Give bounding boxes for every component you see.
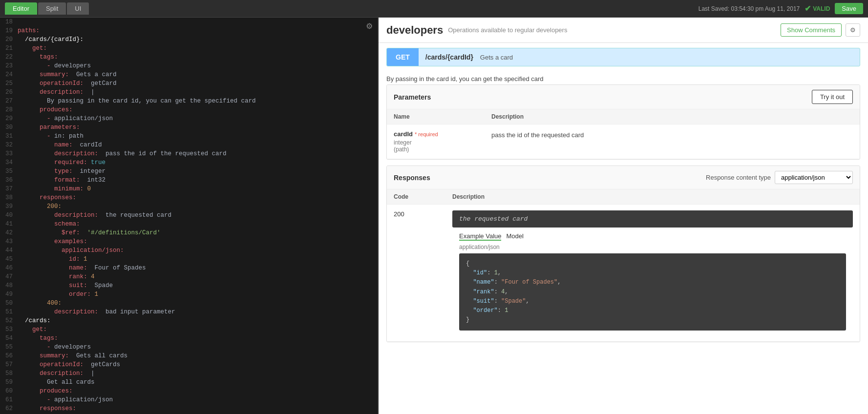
parameters-section: Parameters Try it out Name Description c… (386, 84, 860, 160)
code-line: 38 responses: (0, 193, 378, 202)
line-content: description: the requested card (18, 211, 378, 220)
line-content: - application/json (18, 114, 378, 123)
code-line-5: "suit": "Spade", (466, 297, 839, 306)
parameters-title: Parameters (394, 93, 431, 101)
line-number: 23 (0, 62, 18, 70)
code-line: 23 - developers (0, 62, 378, 70)
code-line: 53 get: (0, 325, 378, 334)
line-content: rank: 4 (18, 272, 378, 281)
line-number: 36 (0, 176, 18, 185)
right-panel-header: developers Operations available to regul… (379, 18, 868, 43)
line-number: 60 (0, 387, 18, 395)
line-content: - developers (18, 343, 378, 352)
line-content: name: cardId (18, 141, 378, 149)
line-content: - application/json (18, 395, 378, 404)
code-line-4: "rank": 4, (466, 288, 839, 297)
tab-split[interactable]: Split (38, 2, 66, 15)
line-number: 51 (0, 308, 18, 316)
code-editor[interactable]: 18 19paths:20 /cards/{cardId}:21 get:22 … (0, 18, 378, 414)
model-tab[interactable]: Model (506, 232, 523, 241)
resp-code: 200 (394, 210, 452, 218)
line-content: /cards/{cardId}: (18, 35, 378, 44)
parameters-table: Name Description cardId * required integ… (387, 109, 860, 159)
responses-content: Code Description 200 the requested card … (387, 189, 860, 342)
code-line: 39 200: (0, 202, 378, 211)
param-required-badge: * required (415, 131, 438, 137)
try-it-out-button[interactable]: Try it out (812, 90, 853, 104)
code-line-6: "order": 1 (466, 306, 839, 315)
resp-table-header: Code Description (387, 189, 860, 205)
line-content: operationId: getCards (18, 360, 378, 369)
line-content: summary: Gets all cards (18, 352, 378, 360)
show-comments-button[interactable]: Show Comments (781, 23, 842, 37)
param-name-required: cardId * required (394, 130, 491, 138)
line-number: 46 (0, 264, 18, 272)
line-number: 19 (0, 26, 18, 35)
line-content: get: (18, 325, 378, 334)
line-number: 44 (0, 246, 18, 255)
code-line: 62 responses: (0, 404, 378, 413)
line-number: 32 (0, 141, 18, 149)
api-name: developers (386, 24, 443, 37)
code-line: 29 - application/json (0, 114, 378, 123)
param-col-desc: Description (491, 113, 853, 120)
code-line: 36 format: int32 (0, 176, 378, 185)
resp-col-desc: Description (452, 193, 853, 200)
line-number: 49 (0, 290, 18, 299)
line-content: application/json: (18, 246, 378, 255)
code-line: 37 minimum: 0 (0, 185, 378, 193)
line-number: 42 (0, 228, 18, 237)
example-tabs: Example Value Model (459, 232, 846, 241)
code-line: 59 Get all cards (0, 378, 378, 387)
right-header-actions: Show Comments ⚙ (781, 23, 860, 37)
code-line: 61 - application/json (0, 395, 378, 404)
line-content: order: 1 (18, 290, 378, 299)
valid-badge: ✔ VALID (804, 4, 830, 13)
line-content: - in: path (18, 132, 378, 141)
line-number: 29 (0, 114, 18, 123)
code-line: 48 suit: Spade (0, 281, 378, 290)
line-number: 39 (0, 202, 18, 211)
code-line: 21 get: (0, 44, 378, 53)
tab-editor[interactable]: Editor (5, 2, 37, 15)
content-type-label: Response content type (706, 174, 771, 181)
example-value-tab[interactable]: Example Value (459, 232, 501, 241)
line-number: 58 (0, 369, 18, 378)
code-line: 58 description: | (0, 369, 378, 378)
line-content: get: (18, 44, 378, 53)
method-badge: GET (387, 48, 419, 66)
tab-ui[interactable]: UI (67, 2, 89, 15)
line-content: paths: (18, 26, 378, 35)
code-line: 25 operationId: getCard (0, 79, 378, 88)
valid-label: VALID (813, 5, 830, 12)
param-row-cardid: cardId * required integer (path) pass th… (387, 124, 860, 159)
code-line: 26 description: | (0, 88, 378, 97)
line-content: description: | (18, 88, 378, 97)
save-button[interactable]: Save (835, 3, 863, 14)
editor-gear-icon[interactable]: ⚙ (366, 21, 373, 31)
line-number: 50 (0, 299, 18, 308)
line-number: 35 (0, 167, 18, 176)
right-gear-button[interactable]: ⚙ (846, 23, 860, 37)
code-line: 45 id: 1 (0, 255, 378, 264)
code-line-7: } (466, 315, 839, 325)
example-code-block: { "id": 1, "name": "Four of Spades", "ra… (459, 253, 846, 331)
content-type-group: Response content type application/json (706, 171, 853, 184)
line-number: 27 (0, 97, 18, 105)
line-content: /cards: (18, 316, 378, 325)
param-table-header: Name Description (387, 109, 860, 124)
line-content: tags: (18, 53, 378, 62)
endpoint-description: By passing in the card id, you can get t… (379, 71, 868, 84)
code-line: 47 rank: 4 (0, 272, 378, 281)
code-line: 35 type: integer (0, 167, 378, 176)
code-line: 32 name: cardId (0, 141, 378, 149)
api-description: Operations available to regular develope… (448, 26, 567, 34)
content-type-select[interactable]: application/json (775, 171, 853, 184)
code-line: 24 summary: Gets a card (0, 70, 378, 79)
main-layout: ⚙ 18 19paths:20 /cards/{cardId}:21 get:2… (0, 18, 868, 414)
line-content: tags: (18, 334, 378, 343)
line-number: 56 (0, 352, 18, 360)
line-number: 52 (0, 316, 18, 325)
parameters-header: Parameters Try it out (387, 85, 860, 109)
line-content: summary: Gets a card (18, 70, 378, 79)
